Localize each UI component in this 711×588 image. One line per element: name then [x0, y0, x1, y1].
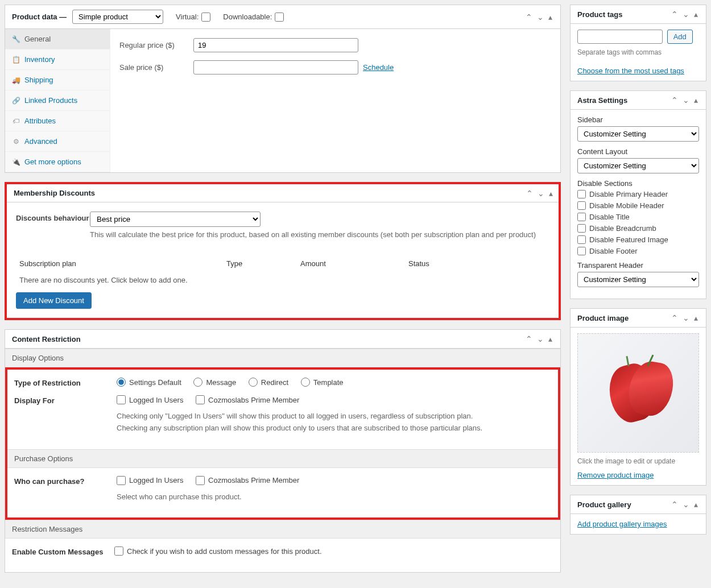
remove-product-image-link[interactable]: Remove product image [577, 471, 654, 479]
panel-up-icon[interactable]: ⌃ [670, 96, 679, 105]
content-restriction-panel: Content Restriction ⌃ ⌄ ▴ Display Option… [5, 329, 561, 573]
add-gallery-images-link[interactable]: Add product gallery images [577, 520, 667, 528]
custom-messages-label: Enable Custom Messages [12, 546, 114, 556]
product-tags-title: Product tags [577, 10, 622, 19]
col-subscription-plan: Subscription plan [16, 259, 226, 268]
transparent-header-label: Transparent Header [577, 261, 699, 270]
sale-price-input[interactable] [193, 60, 358, 74]
panel-down-icon[interactable]: ⌄ [536, 334, 545, 343]
restriction-message-radio[interactable] [193, 378, 202, 387]
restriction-messages-header: Restriction Messages [5, 520, 560, 539]
add-tag-button[interactable]: Add [667, 30, 693, 44]
transparent-header-select[interactable]: Customizer Setting [577, 272, 699, 287]
restriction-redirect-radio[interactable] [249, 378, 258, 387]
tab-linked-products[interactable]: 🔗Linked Products [5, 90, 110, 111]
purchase-options-header: Purchase Options [7, 449, 558, 468]
type-of-restriction-label: Type of Restriction [14, 378, 117, 387]
restriction-template-radio[interactable] [301, 378, 310, 387]
panel-down-icon[interactable]: ⌄ [681, 313, 691, 322]
downloadable-label: Downloadable: [223, 13, 272, 21]
custom-messages-checkbox[interactable] [114, 546, 123, 556]
purchase-logged-option[interactable]: Logged In Users [117, 476, 183, 485]
panel-down-icon[interactable]: ⌄ [536, 13, 545, 22]
add-new-discount-button[interactable]: Add New Discount [16, 292, 92, 309]
purchase-cozmos-option[interactable]: Cozmoslabs Prime Member [196, 476, 299, 485]
product-image-panel: Product image ⌃ ⌄ ▴ Click the image to [570, 308, 706, 486]
regular-price-input[interactable] [193, 38, 358, 52]
disable-featured-checkbox[interactable] [577, 235, 586, 244]
sidebar-select[interactable]: Customizer Setting [577, 126, 699, 142]
sidebar-label: Sidebar [577, 115, 699, 124]
discounts-behaviour-select[interactable]: Best price [90, 212, 261, 227]
panel-down-icon[interactable]: ⌄ [681, 500, 691, 509]
col-status: Status [408, 259, 549, 268]
panel-down-icon[interactable]: ⌄ [681, 10, 691, 19]
restriction-redirect-option[interactable]: Redirect [249, 378, 288, 387]
panel-up-icon[interactable]: ⌃ [670, 10, 679, 19]
tab-inventory[interactable]: 📋Inventory [5, 49, 110, 70]
product-data-tabs: 🔧General 📋Inventory 🚚Shipping 🔗Linked Pr… [5, 29, 110, 172]
panel-toggle-icon[interactable]: ▴ [693, 500, 699, 509]
disable-primary-header-checkbox[interactable] [577, 190, 586, 198]
virtual-checkbox[interactable] [201, 13, 210, 22]
disable-footer-checkbox[interactable] [577, 247, 586, 255]
panel-up-icon[interactable]: ⌃ [524, 334, 534, 343]
panel-up-icon[interactable]: ⌃ [524, 13, 534, 22]
tags-input[interactable] [577, 30, 663, 44]
pepper-image-icon [598, 359, 678, 427]
product-type-select[interactable]: Simple product [72, 10, 163, 24]
purchase-cozmos-checkbox[interactable] [196, 476, 205, 485]
restriction-default-option[interactable]: Settings Default [117, 378, 181, 387]
purchase-logged-checkbox[interactable] [117, 476, 126, 485]
membership-title: Membership Discounts [14, 189, 95, 197]
panel-down-icon[interactable]: ⌄ [681, 96, 691, 105]
discounts-behaviour-label: Discounts behaviour [16, 212, 90, 250]
panel-toggle-icon[interactable]: ▴ [693, 313, 699, 322]
display-options-header: Display Options [5, 349, 560, 367]
display-cozmos-option[interactable]: Cozmoslabs Prime Member [196, 395, 299, 404]
panel-up-icon[interactable]: ⌃ [670, 500, 679, 509]
tab-shipping[interactable]: 🚚Shipping [5, 70, 110, 90]
content-layout-select[interactable]: Customizer Setting [577, 158, 699, 173]
tab-attributes[interactable]: 🏷Attributes [5, 111, 110, 131]
product-image-thumbnail[interactable] [577, 333, 699, 453]
disable-mobile-header-checkbox[interactable] [577, 201, 586, 210]
discounts-empty-text: There are no discounts yet. Click below … [16, 272, 549, 288]
downloadable-checkbox[interactable] [275, 13, 284, 22]
tab-advanced[interactable]: ⚙Advanced [5, 131, 110, 152]
tab-general[interactable]: 🔧General [5, 29, 110, 49]
disable-breadcrumb-checkbox[interactable] [577, 224, 586, 233]
panel-toggle-icon[interactable]: ▴ [547, 13, 553, 22]
display-logged-option[interactable]: Logged In Users [117, 395, 183, 404]
disable-title-checkbox[interactable] [577, 213, 586, 221]
discounts-behaviour-desc: This will calculate the best price for t… [90, 230, 549, 239]
content-restriction-header: Content Restriction ⌃ ⌄ ▴ [5, 330, 560, 349]
gear-icon: ⚙ [12, 138, 20, 146]
display-logged-checkbox[interactable] [117, 395, 126, 404]
display-cozmos-checkbox[interactable] [196, 395, 205, 404]
panel-up-icon[interactable]: ⌃ [525, 189, 534, 198]
restriction-message-option[interactable]: Message [193, 378, 236, 387]
product-tags-panel: Product tags ⌃ ⌄ ▴ Add Separate tags wit… [570, 5, 706, 81]
display-help-2: Checking any subscription plan will show… [117, 424, 482, 432]
tab-get-more[interactable]: 🔌Get more options [5, 152, 110, 172]
link-icon: 🔗 [12, 97, 20, 105]
panel-toggle-icon[interactable]: ▴ [548, 189, 554, 198]
col-type: Type [226, 259, 300, 268]
clipboard-icon: 📋 [12, 56, 20, 64]
panel-down-icon[interactable]: ⌄ [536, 189, 545, 198]
custom-messages-option[interactable]: Check if you wish to add custom messages… [114, 546, 322, 556]
sale-price-label: Sale price ($) [119, 63, 193, 72]
panel-up-icon[interactable]: ⌃ [670, 313, 679, 322]
panel-toggle-icon[interactable]: ▴ [693, 10, 699, 19]
panel-toggle-icon[interactable]: ▴ [693, 96, 699, 105]
display-for-label: Display For [14, 395, 117, 405]
restriction-default-radio[interactable] [117, 378, 126, 387]
who-can-purchase-help: Select who can purchase this product. [117, 491, 551, 503]
restriction-template-option[interactable]: Template [301, 378, 344, 387]
display-help-1: Checking only "Logged In Users" will sho… [117, 412, 473, 420]
choose-tags-link[interactable]: Choose from the most used tags [577, 67, 684, 75]
schedule-link[interactable]: Schedule [363, 63, 394, 72]
plugin-icon: 🔌 [12, 158, 20, 166]
panel-toggle-icon[interactable]: ▴ [547, 334, 553, 343]
